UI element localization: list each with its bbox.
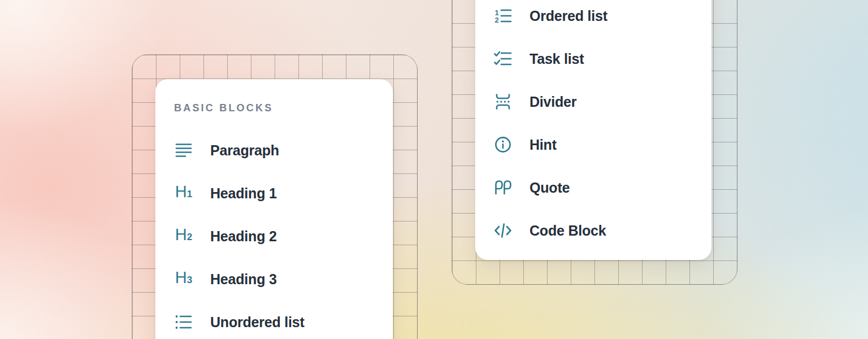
- hint-icon: [493, 135, 513, 154]
- menu-item-quote[interactable]: Quote: [493, 166, 711, 209]
- menu-section-header: BASIC BLOCKS: [174, 102, 393, 114]
- menu-item-label: Quote: [530, 180, 570, 196]
- unordered-list-icon: [174, 312, 193, 332]
- menu-item-heading-1[interactable]: H1 Heading 1: [174, 172, 393, 215]
- basic-blocks-menu: BASIC BLOCKS Paragraph H1 Heading 1 H2 H…: [155, 79, 393, 339]
- menu-item-paragraph[interactable]: Paragraph: [174, 129, 393, 172]
- menu-item-divider[interactable]: Divider: [493, 80, 711, 123]
- menu-item-label: Unordered list: [210, 314, 305, 331]
- paragraph-icon: [174, 141, 193, 160]
- code-block-icon: [493, 221, 513, 240]
- gradient-background: [0, 0, 868, 339]
- quote-icon: [493, 178, 513, 197]
- svg-text:2: 2: [494, 16, 498, 24]
- menu-item-ordered-list[interactable]: 1 2 Ordered list: [493, 0, 711, 37]
- menu-item-code-block[interactable]: Code Block: [493, 209, 711, 252]
- divider-icon: [493, 92, 513, 111]
- menu-item-label: Ordered list: [530, 8, 607, 24]
- menu-item-label: Paragraph: [210, 142, 279, 159]
- menu-item-heading-3[interactable]: H3 Heading 3: [174, 258, 393, 301]
- menu-item-label: Heading 3: [210, 271, 277, 288]
- ordered-list-icon: 1 2: [493, 6, 513, 25]
- task-list-icon: [493, 49, 513, 68]
- menu-item-label: Heading 2: [210, 228, 277, 245]
- menu-item-hint[interactable]: Hint: [493, 123, 711, 166]
- menu-item-label: Hint: [530, 137, 557, 153]
- menu-item-label: Divider: [530, 94, 576, 110]
- menu-item-heading-2[interactable]: H2 Heading 2: [174, 215, 393, 258]
- heading-2-icon: H2: [174, 227, 193, 246]
- menu-item-task-list[interactable]: Task list: [493, 37, 711, 80]
- menu-item-label: Code Block: [530, 223, 606, 239]
- menu-item-label: Heading 1: [210, 185, 277, 202]
- menu-item-unordered-list[interactable]: Unordered list: [174, 301, 393, 339]
- heading-3-icon: H3: [174, 270, 193, 289]
- heading-1-icon: H1: [174, 184, 193, 203]
- menu-item-label: Task list: [530, 51, 584, 67]
- blocks-menu-continued: 1 2 Ordered list Task list: [475, 0, 711, 260]
